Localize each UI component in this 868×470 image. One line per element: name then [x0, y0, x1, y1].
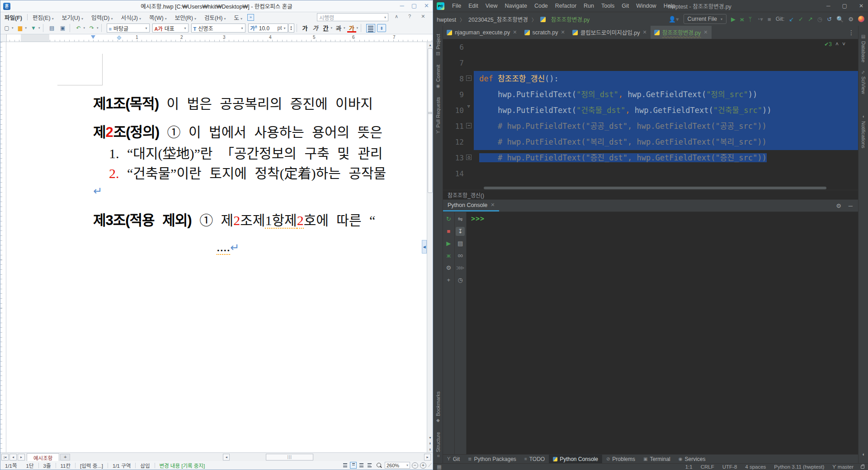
console-output[interactable]: >>>	[467, 212, 858, 454]
zoom-search-icon[interactable]	[377, 463, 382, 468]
git-branch-widget[interactable]: ϒmaster	[832, 464, 854, 470]
scroll-up-icon[interactable]: ▲	[427, 42, 433, 48]
chevron-down-icon[interactable]: ▾	[97, 26, 99, 30]
editor-line[interactable]: 10 hwp.PutFieldText("건축물_dst", hwp.GetFi…	[443, 103, 858, 118]
user-dropdown-icon[interactable]: 👤▾	[669, 16, 679, 23]
prev-tab-icon[interactable]: ◂	[9, 454, 17, 461]
command-queue-icon[interactable]: ⋙	[456, 263, 465, 273]
new-document-icon[interactable]: ▢	[2, 24, 11, 32]
stripe-button-database[interactable]: ▤Database	[861, 34, 866, 62]
tab-options-kebab-icon[interactable]: ⋮	[848, 29, 854, 36]
italic-button[interactable]: 가	[311, 24, 320, 33]
pycharm-menu-item[interactable]: Refactor	[552, 3, 580, 9]
editor-breadcrumb[interactable]: 참조조항_갱신()	[443, 190, 858, 199]
hscroll-right-icon[interactable]: ▸	[424, 454, 431, 461]
hwp-menu-item[interactable]: 도▾	[230, 13, 246, 22]
margin-marker[interactable]	[117, 36, 122, 40]
tool-window-switcher-icon[interactable]: ▦	[437, 464, 442, 470]
console-settings-gear-icon[interactable]: ⚙	[836, 202, 841, 209]
tool-button-python-console[interactable]: Python Console	[549, 455, 602, 463]
view-mode-page-icon[interactable]	[342, 462, 349, 469]
pycharm-menu-item[interactable]: File	[449, 3, 464, 9]
command-search-input[interactable]: 시행령 ▾	[317, 13, 388, 21]
run-icon[interactable]: ▶	[444, 239, 453, 248]
tool-button-services[interactable]: ◉Services	[675, 455, 710, 463]
font-combo[interactable]: T신명조▾	[191, 24, 245, 33]
pycharm-menu-item[interactable]: Tools	[598, 3, 618, 9]
debug-icon[interactable]: ж	[444, 251, 453, 260]
pycharm-menu-item[interactable]: Git	[618, 3, 632, 9]
stripe-button-project[interactable]: ▤Project	[435, 34, 441, 56]
first-tab-icon[interactable]: |◂	[1, 454, 9, 461]
pycharm-menu-item[interactable]: Window	[633, 3, 659, 9]
toolbar-expand-icon[interactable]: ⇟	[377, 24, 386, 32]
ribbon-collapse-icon[interactable]: ∧	[395, 14, 398, 19]
settings-icon[interactable]: ⚙	[444, 263, 453, 273]
hwp-menu-item[interactable]: 파일(F)	[0, 13, 26, 22]
editor-line[interactable]: 14	[443, 166, 858, 182]
zoom-in-icon[interactable]: +	[420, 462, 426, 469]
view-mode-column-icon[interactable]	[358, 462, 365, 469]
hwp-menu-item[interactable]: 쪽(W)▾	[145, 13, 171, 22]
close-icon[interactable]: ✕	[513, 29, 517, 35]
stop-icon[interactable]: ■	[444, 227, 453, 236]
editor-line[interactable]: 11 − # hwp.PutFieldText("공공_dst", hwp.Ge…	[443, 118, 858, 134]
prev-problem-icon[interactable]: ˄	[835, 41, 839, 47]
git-update-icon[interactable]: ↙	[789, 16, 794, 23]
tool-button-terminal[interactable]: ▣Terminal	[639, 455, 675, 463]
console-minimize-icon[interactable]: ─	[849, 202, 853, 209]
editor-hscrollbar[interactable]	[443, 186, 858, 190]
hscroll-left-icon[interactable]: ◂	[223, 454, 230, 461]
hwp-menu-item[interactable]: 편집(E)▾	[28, 13, 58, 22]
pycharm-menu-item[interactable]: Run	[580, 3, 597, 9]
font-color-button[interactable]: 가	[347, 24, 356, 33]
fold-marker-icon[interactable]: ⌂	[466, 155, 472, 160]
scroll-down-icon[interactable]: ▼	[427, 435, 433, 441]
next-problem-icon[interactable]: ˅	[842, 41, 845, 47]
breadcrumb-item[interactable]: hwptest	[437, 17, 456, 23]
fold-column[interactable]: −	[464, 71, 474, 87]
ai-sphere-icon[interactable]	[858, 16, 864, 22]
chevron-down-icon[interactable]: ▾	[344, 26, 345, 30]
history-icon[interactable]: ◷	[456, 276, 465, 285]
char-shape-combo[interactable]: A가대표▾	[152, 24, 189, 33]
editor-tab[interactable]: scratch.py✕	[521, 26, 569, 39]
view-mode-wide-icon[interactable]	[366, 462, 373, 469]
status-segment[interactable]: 4 spaces	[745, 464, 766, 470]
maximize-icon[interactable]: ▢	[411, 2, 417, 9]
profiler-icon[interactable]: ᛘ	[749, 16, 752, 23]
redo-icon[interactable]: ↷	[87, 24, 96, 32]
pycharm-menu-item[interactable]: Code	[531, 3, 551, 9]
pycharm-menu-item[interactable]: View	[482, 3, 501, 9]
hscroll-thumb[interactable]: |||	[266, 454, 313, 461]
chevron-down-icon[interactable]: ▾	[84, 26, 85, 30]
document-canvas[interactable]: 제1조(목적) 이 법은 공공복리의 증진에 이바지제2조(정의) ① 이 법에…	[0, 42, 433, 452]
close-icon[interactable]: ✕	[491, 202, 495, 208]
debug-icon[interactable]: ж	[740, 16, 744, 23]
editor-tab[interactable]: 참조조항변경.py✕	[651, 26, 712, 39]
settings-gear-icon[interactable]: ⚙	[848, 16, 854, 23]
status-segment[interactable]: UTF-8	[722, 464, 737, 470]
status-segment[interactable]: 1:1	[685, 464, 693, 470]
pycharm-menu-item[interactable]: Navigate	[502, 3, 530, 9]
pycharm-menu-item[interactable]: Edit	[465, 3, 481, 9]
editor-line[interactable]: 8 − def 참조조항_갱신():	[443, 71, 858, 87]
strikethrough-button[interactable]: 과	[334, 24, 343, 33]
sheet-tab[interactable]: 예시조항	[27, 453, 59, 461]
next-page-icon[interactable]: ⇟	[427, 446, 433, 452]
indent-marker[interactable]	[91, 35, 95, 39]
open-folder-icon[interactable]: ▆	[16, 24, 25, 32]
font-size-stepper[interactable]: ▲▼	[288, 24, 294, 33]
font-size-combo[interactable]: 가±10.0 pt▾	[248, 24, 288, 33]
chevron-down-icon[interactable]: ▾	[38, 26, 40, 30]
chevron-down-icon[interactable]: ▾	[25, 26, 27, 30]
stripe-button-pull-requests[interactable]: ϒPull Requests	[435, 97, 441, 134]
bold-button[interactable]: 가	[301, 24, 310, 33]
undo-icon[interactable]: ↶	[74, 24, 83, 32]
fold-column[interactable]: ⌂	[464, 150, 474, 166]
print-icon[interactable]: ▤	[456, 239, 465, 248]
zoom-level-select[interactable]: 260%▾	[385, 462, 410, 469]
fold-column[interactable]: −	[464, 118, 474, 134]
paragraph-style-combo[interactable]: ≡바탕글▾	[107, 24, 150, 33]
horizontal-scrollbar[interactable]: ◂ ||| ▸	[74, 454, 433, 461]
